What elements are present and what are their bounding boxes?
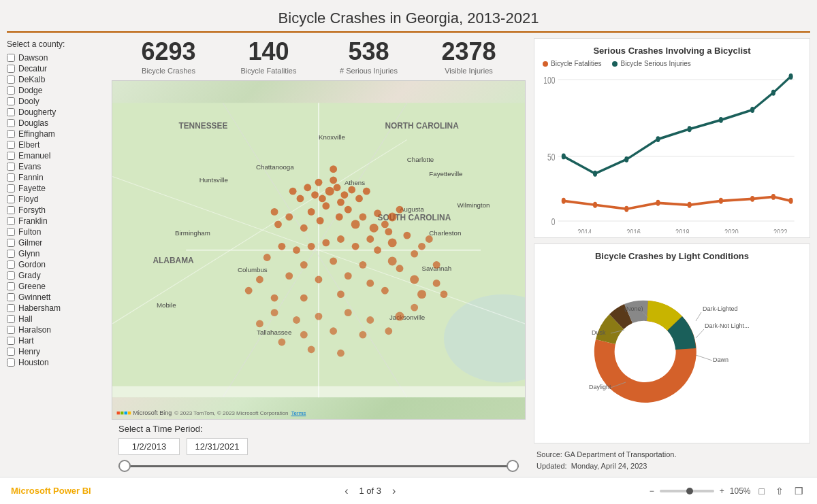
county-checkbox[interactable] [7,152,15,160]
county-checkbox[interactable] [7,293,15,301]
county-item-grady[interactable]: Grady [7,271,102,280]
line-chart-title: Serious Crashes Involving a Bicyclist [543,46,801,56]
county-item-elbert[interactable]: Elbert [7,140,102,150]
county-checkbox[interactable] [7,184,15,192]
county-item-hall[interactable]: Hall [7,314,102,324]
county-checkbox[interactable] [7,173,15,182]
county-item-fannin[interactable]: Fannin [7,173,102,182]
next-page-button[interactable]: › [388,484,400,499]
county-item-dooly[interactable]: Dooly [7,97,102,106]
svg-text:Charlotte: Charlotte [407,155,434,163]
county-checkbox[interactable] [7,163,15,171]
county-item-houston[interactable]: Houston [7,358,102,367]
county-item-gordon[interactable]: Gordon [7,260,102,269]
county-item-floyd[interactable]: Floyd [7,195,102,204]
county-checkbox[interactable] [7,65,15,73]
county-item-glynn[interactable]: Glynn [7,249,102,258]
county-checkbox[interactable] [7,54,15,62]
county-item-effingham[interactable]: Effingham [7,129,102,139]
zoom-slider[interactable] [660,490,714,492]
county-item-dekalb[interactable]: DeKalb [7,75,102,84]
county-item-decatur[interactable]: Decatur [7,64,102,73]
county-label: Floyd [18,195,38,204]
county-checkbox[interactable] [7,86,15,95]
county-checkbox[interactable] [7,271,15,280]
county-checkbox[interactable] [7,108,15,116]
county-checkbox[interactable] [7,195,15,203]
slider-thumb-right[interactable] [507,460,519,472]
fullscreen-icon[interactable]: ❒ [792,484,806,498]
county-item-henry[interactable]: Henry [7,347,102,356]
zoom-level: 105% [730,486,751,496]
prev-page-button[interactable]: ‹ [340,484,352,499]
svg-point-45 [289,187,297,195]
county-item-greene[interactable]: Greene [7,282,102,291]
county-item-gwinnett[interactable]: Gwinnett [7,292,102,302]
county-item-fayette[interactable]: Fayette [7,184,102,193]
svg-point-73 [388,256,397,265]
zoom-thumb[interactable] [686,488,693,494]
county-item-dawson[interactable]: Dawson [7,53,102,63]
county-checkbox[interactable] [7,261,15,269]
county-item-dodge[interactable]: Dodge [7,86,102,95]
county-checkbox[interactable] [7,337,15,345]
county-checkbox[interactable] [7,282,15,290]
map-terms[interactable]: Terms [291,410,306,416]
county-checkbox[interactable] [7,348,15,356]
county-item-forsyth[interactable]: Forsyth [7,205,102,215]
county-checkbox[interactable] [7,217,15,225]
county-item-gilmer[interactable]: Gilmer [7,238,102,248]
svg-point-135 [719,198,723,204]
start-date[interactable]: 1/2/2013 [118,438,180,455]
svg-point-130 [562,198,566,204]
county-checkbox[interactable] [7,304,15,312]
county-checkbox[interactable] [7,75,15,84]
zoom-minus[interactable]: − [650,486,654,496]
svg-point-38 [345,205,352,213]
county-item-evans[interactable]: Evans [7,162,102,171]
share-icon[interactable]: ⇧ [773,484,786,498]
county-checkbox[interactable] [7,228,15,236]
county-item-haralson[interactable]: Haralson [7,325,102,335]
county-checkbox[interactable] [7,239,15,247]
time-period-label: Select a Time Period: [118,424,519,434]
svg-text:Huntsville: Huntsville [199,176,228,184]
county-checkbox[interactable] [7,119,15,127]
county-checkbox[interactable] [7,206,15,214]
county-item-emanuel[interactable]: Emanuel [7,151,102,161]
source-updated: Updated: Monday, April 24, 2023 [536,460,803,473]
county-checkbox[interactable] [7,141,15,149]
county-label: Dodge [18,86,42,95]
svg-point-123 [624,156,628,163]
zoom-plus[interactable]: + [720,486,724,496]
svg-point-64 [388,238,397,247]
time-slider[interactable] [118,459,519,473]
end-date[interactable]: 12/31/2021 [187,438,248,455]
county-item-franklin[interactable]: Franklin [7,216,102,226]
svg-line-150 [696,355,712,360]
right-panel: Serious Crashes Involving a Bicyclist Bi… [531,33,817,477]
county-item-fulton[interactable]: Fulton [7,227,102,237]
slider-thumb-left[interactable] [118,460,131,472]
county-checkbox[interactable] [7,250,15,258]
map-container[interactable]: TENNESSEE NORTH CAROLINA SOUTH CAROLINA … [112,80,526,420]
crashes-label: Bicycle Crashes [118,67,219,75]
county-item-douglas[interactable]: Douglas [7,118,102,128]
svg-text:Dark-Not Light...: Dark-Not Light... [705,322,750,329]
county-checkbox[interactable] [7,315,15,323]
county-checkbox[interactable] [7,326,15,334]
county-checkbox[interactable] [7,130,15,138]
county-label: Greene [18,282,46,291]
svg-point-93 [315,312,323,320]
county-checkbox[interactable] [7,358,15,367]
fit-screen-icon[interactable]: □ [756,484,767,498]
svg-point-83 [410,275,419,284]
county-checkbox[interactable] [7,97,15,105]
county-item-hart[interactable]: Hart [7,336,102,346]
county-item-habersham[interactable]: Habersham [7,303,102,313]
time-period-section: Select a Time Period: 1/2/2013 12/31/202… [112,420,526,474]
svg-point-57 [271,208,278,216]
svg-point-31 [340,191,348,199]
county-item-dougherty[interactable]: Dougherty [7,107,102,117]
svg-point-42 [336,213,343,220]
